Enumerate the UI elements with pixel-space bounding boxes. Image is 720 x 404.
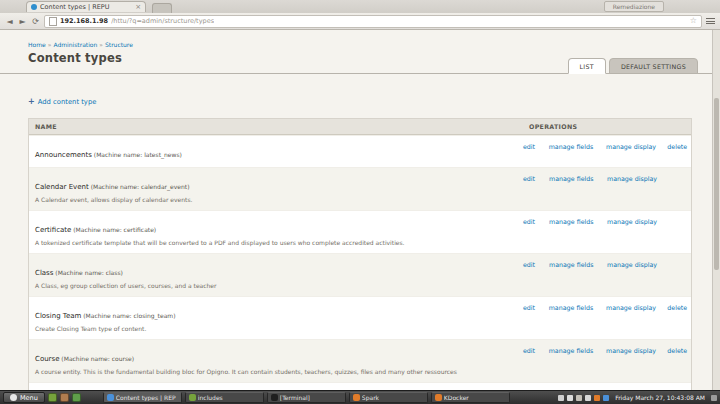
url-host: 192.168.1.98 — [60, 17, 108, 25]
content-type-name-cell: Closing Team (Machine name: closing_team… — [29, 297, 523, 339]
edit-link[interactable]: edit — [523, 347, 549, 382]
window-buttons: Content types | REPincludes[Terminal]Spa… — [103, 392, 510, 403]
manage-display-link[interactable]: manage display — [606, 304, 667, 339]
manage-display-link[interactable]: manage display — [606, 347, 667, 382]
machine-name: (Machine name: calendar_event) — [89, 183, 190, 190]
content-type-name-cell: Drag Drop question (Machine name: quiz_d… — [29, 383, 523, 390]
vertical-scrollbar[interactable] — [712, 30, 720, 390]
breadcrumb-link[interactable]: Administration — [53, 41, 97, 48]
operations-cell: editmanage fieldsmanage display — [523, 254, 691, 296]
scrollbar-thumb[interactable] — [714, 98, 719, 270]
files-launcher-icon[interactable] — [48, 393, 57, 402]
content-type-name-cell: Course (Machine name: course)A course en… — [29, 340, 523, 382]
gimp-launcher-icon[interactable] — [60, 393, 69, 402]
window-button-label: [Terminal] — [280, 394, 310, 401]
page-header: Home»Administration»Structure Content ty… — [0, 30, 720, 74]
edit-link[interactable]: edit — [523, 143, 549, 167]
delete-link[interactable]: delete — [667, 143, 689, 167]
delete-link[interactable]: delete — [667, 347, 689, 382]
manage-fields-link[interactable]: manage fields — [549, 304, 606, 339]
edit-link[interactable]: edit — [523, 218, 549, 253]
manage-display-link[interactable]: manage display — [607, 261, 669, 296]
content-types-table: NAME OPERATIONS Announcements (Machine n… — [28, 118, 692, 390]
breadcrumb-separator: » — [48, 41, 52, 48]
taskbar-clock: Friday March 27, 10:43:08 AM — [615, 394, 705, 401]
show-desktop-icon[interactable] — [711, 395, 717, 401]
table-header-row: NAME OPERATIONS — [29, 119, 691, 135]
content-type-description: Create Closing Team type of content. — [35, 325, 517, 333]
chromium-icon — [107, 394, 114, 401]
column-header-operations: OPERATIONS — [523, 119, 691, 134]
tab-default-settings[interactable]: DEFAULT SETTINGS — [609, 58, 698, 74]
tab-close-icon[interactable]: × — [135, 4, 141, 11]
menu-label: Menu — [20, 394, 38, 402]
table-row: Course (Machine name: course)A course en… — [29, 339, 691, 382]
taskbar-window-button[interactable]: KDocker — [431, 392, 510, 403]
media-launcher-icon[interactable] — [72, 393, 81, 402]
breadcrumb-link[interactable]: Structure — [105, 41, 133, 48]
manage-display-link[interactable]: manage display — [606, 143, 667, 167]
machine-name: (Machine name: certificate) — [71, 226, 156, 233]
manage-fields-link[interactable]: manage fields — [549, 175, 607, 210]
manage-fields-link[interactable]: manage fields — [549, 218, 607, 253]
manage-display-link[interactable]: manage display — [607, 218, 669, 253]
edit-tray-icon[interactable] — [576, 395, 582, 401]
taskbar-window-button[interactable]: includes — [185, 392, 264, 403]
applications-menu-button[interactable]: Menu — [3, 392, 45, 403]
new-tab-button[interactable] — [152, 3, 172, 13]
content-type-name-cell: Announcements (Machine name: latest_news… — [29, 136, 523, 167]
table-body: Announcements (Machine name: latest_news… — [29, 135, 691, 390]
browser-tab[interactable]: Content types | REPU × — [26, 1, 146, 12]
updates-tray-icon[interactable] — [594, 395, 600, 401]
page-title: Content types — [28, 51, 122, 65]
window-button-label: includes — [198, 394, 223, 401]
operations-cell: editmanage fieldsmanage displaydelete — [523, 340, 691, 382]
content-type-name: Calendar Event — [35, 183, 89, 191]
edit-link[interactable]: edit — [523, 261, 549, 296]
content-type-name: Certificate — [35, 226, 71, 234]
operations-cell: editmanage fieldsmanage display — [523, 168, 691, 210]
bookmark-star-icon[interactable]: ☆ — [690, 17, 697, 25]
window-tray-icon[interactable] — [558, 395, 564, 401]
content-type-name-cell: Certificate (Machine name: certificate)A… — [29, 211, 523, 253]
table-row: Class (Machine name: class)A Class, eg g… — [29, 253, 691, 296]
machine-name: (Machine name: latest_news) — [92, 151, 182, 158]
page-content: + Add content type NAME OPERATIONS Annou… — [0, 74, 720, 390]
operations-cell: editmanage fieldsmanage displaydelete — [523, 136, 691, 167]
back-icon[interactable]: ◄ — [5, 17, 14, 26]
content-type-description: A Class, eg group collection of users, c… — [35, 282, 517, 290]
breadcrumb-link[interactable]: Home — [28, 41, 46, 48]
launchers — [48, 393, 81, 402]
volume-tray-icon[interactable] — [585, 395, 591, 401]
browser-tab-title: Content types | REPU — [40, 3, 132, 11]
breadcrumb-separator: » — [99, 41, 103, 48]
taskbar-window-button[interactable]: Content types | REP — [103, 392, 182, 403]
manage-fields-link[interactable]: manage fields — [549, 261, 607, 296]
content-type-description: A tokenized certificate template that wi… — [35, 239, 517, 247]
edit-link[interactable]: edit — [523, 175, 549, 210]
tray-icons — [558, 395, 609, 401]
delete-link[interactable]: delete — [667, 304, 689, 339]
network-tray-icon[interactable] — [603, 395, 609, 401]
machine-name: (Machine name: course) — [59, 355, 134, 362]
user-tray-icon[interactable] — [567, 395, 573, 401]
taskbar-window-button[interactable]: Spark — [349, 392, 428, 403]
profile-button[interactable]: Remediazione — [604, 1, 664, 12]
url-path: /httu/?q=admin/structure/types — [111, 17, 214, 25]
screen: Content types | REPU × Remediazione ◄ ► … — [0, 0, 720, 404]
browser-toolbar: ◄ ► ⟳ 192.168.1.98 /httu/?q=admin/struct… — [0, 13, 720, 30]
browser-tab-strip: Content types | REPU × Remediazione — [0, 0, 720, 14]
edit-link[interactable]: edit — [523, 304, 549, 339]
url-bar[interactable]: 192.168.1.98 /httu/?q=admin/structure/ty… — [44, 15, 702, 28]
reload-icon[interactable]: ⟳ — [31, 17, 40, 26]
add-content-type-link[interactable]: + Add content type — [28, 98, 96, 106]
browser-menu-icon[interactable] — [706, 17, 715, 26]
taskbar: Menu Content types | REPincludes[Termina… — [0, 390, 720, 404]
operations-cell: editmanage fieldsmanage display — [523, 383, 691, 390]
manage-fields-link[interactable]: manage fields — [549, 347, 606, 382]
tab-list[interactable]: LIST — [568, 58, 606, 74]
manage-display-link[interactable]: manage display — [607, 175, 669, 210]
forward-icon[interactable]: ► — [18, 17, 27, 26]
taskbar-window-button[interactable]: [Terminal] — [267, 392, 346, 403]
manage-fields-link[interactable]: manage fields — [549, 143, 606, 167]
